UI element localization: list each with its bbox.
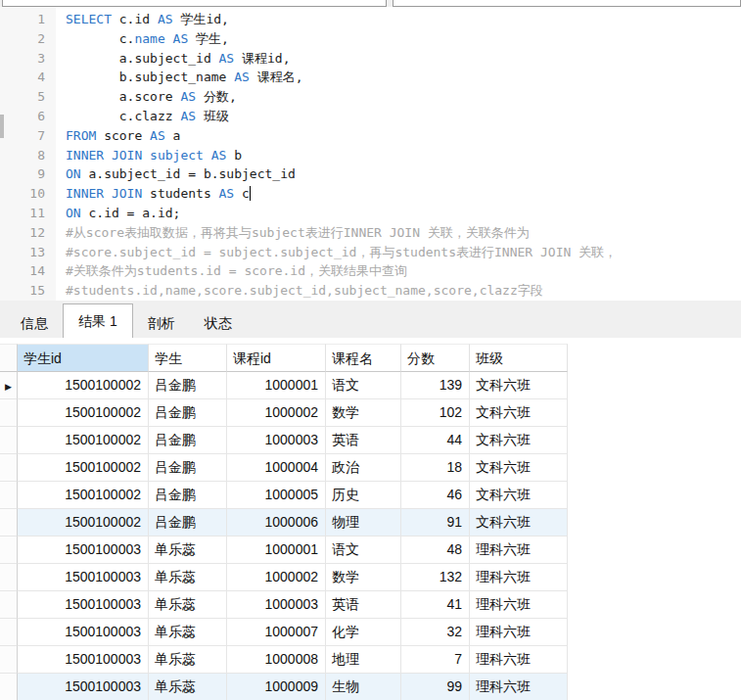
cell-课程名[interactable]: 英语 [326, 427, 401, 454]
tab-剖析[interactable]: 剖析 [133, 309, 190, 338]
cell-班级[interactable]: 理科六班 [470, 564, 568, 591]
code-line[interactable]: 9ON a.subject_id = b.subject_id [0, 164, 741, 184]
table-row[interactable]: 1500100003单乐蕊1000003英语41理科六班 [0, 591, 568, 619]
row-marker-cell[interactable] [0, 564, 18, 591]
cell-课程名[interactable]: 语文 [326, 372, 401, 399]
cell-课程id[interactable]: 1000005 [227, 482, 326, 509]
sql-editor[interactable]: 1SELECT c.id AS 学生id,2 c.name AS 学生,3 a.… [0, 7, 741, 301]
code-line[interactable]: 8INNER JOIN subject AS b [0, 146, 741, 165]
cell-课程id[interactable]: 1000008 [227, 646, 326, 674]
result-grid[interactable]: 学生id学生课程id课程名分数班级▶1500100002吕金鹏1000001语文… [0, 338, 741, 700]
table-row[interactable]: 1500100003单乐蕊1000009生物99理科六班 [0, 674, 568, 700]
code-line[interactable]: 1SELECT c.id AS 学生id, [0, 10, 741, 29]
cell-学生id[interactable]: 1500100002 [18, 509, 149, 537]
cell-班级[interactable]: 理科六班 [470, 646, 568, 674]
cell-学生[interactable]: 吕金鹏 [149, 509, 227, 537]
cell-学生id[interactable]: 1500100003 [18, 674, 149, 700]
row-marker-cell[interactable] [0, 674, 18, 700]
tab-状态[interactable]: 状态 [190, 309, 247, 338]
column-header-班级[interactable]: 班级 [470, 344, 568, 372]
cell-课程id[interactable]: 1000006 [227, 509, 326, 537]
tab-信息[interactable]: 信息 [6, 309, 63, 338]
tab-结果1[interactable]: 结果 1 [63, 303, 133, 338]
cell-学生id[interactable]: 1500100002 [18, 427, 149, 454]
cell-课程名[interactable]: 语文 [326, 537, 401, 564]
code-line[interactable]: 6 c.clazz AS 班级 [0, 107, 741, 126]
code-line[interactable]: 5 a.score AS 分数, [0, 87, 741, 107]
row-marker-cell[interactable]: ▶ [0, 372, 18, 399]
table-row[interactable]: 1500100002吕金鹏1000003英语44文科六班 [0, 427, 568, 454]
cell-学生[interactable]: 吕金鹏 [149, 454, 227, 482]
row-marker-cell[interactable] [0, 399, 18, 427]
cell-课程名[interactable]: 数学 [326, 564, 401, 591]
cell-课程名[interactable]: 物理 [326, 509, 401, 537]
cell-课程id[interactable]: 1000003 [227, 591, 326, 619]
cell-学生[interactable]: 吕金鹏 [149, 372, 227, 399]
cell-课程id[interactable]: 1000002 [227, 399, 326, 427]
sql-code-area[interactable]: 1SELECT c.id AS 学生id,2 c.name AS 学生,3 a.… [0, 10, 741, 301]
cell-学生id[interactable]: 1500100002 [18, 399, 149, 427]
row-marker-cell[interactable] [0, 646, 18, 674]
cell-班级[interactable]: 文科六班 [470, 427, 568, 454]
cell-分数[interactable]: 139 [401, 372, 470, 399]
cell-课程名[interactable]: 地理 [326, 646, 401, 674]
cell-课程id[interactable]: 1000002 [227, 564, 326, 591]
column-header-课程id[interactable]: 课程id [227, 344, 326, 372]
table-row[interactable]: 1500100002吕金鹏1000004政治18文科六班 [0, 454, 568, 482]
table-row[interactable]: 1500100003单乐蕊1000008地理7理科六班 [0, 646, 568, 674]
cell-班级[interactable]: 文科六班 [470, 372, 568, 399]
row-marker-cell[interactable] [0, 482, 18, 509]
table-row[interactable]: 1500100002吕金鹏1000005历史46文科六班 [0, 482, 568, 509]
row-marker-cell[interactable] [0, 619, 18, 646]
cell-分数[interactable]: 41 [401, 591, 470, 619]
code-line[interactable]: 14#关联条件为students.id = score.id，关联结果中查询 [0, 261, 741, 281]
cell-课程id[interactable]: 1000003 [227, 427, 326, 454]
cell-课程名[interactable]: 化学 [326, 619, 401, 646]
cell-学生[interactable]: 单乐蕊 [149, 591, 227, 619]
table-row[interactable]: 1500100003单乐蕊1000007化学32理科六班 [0, 619, 568, 646]
cell-分数[interactable]: 7 [401, 646, 470, 674]
table-row[interactable]: 1500100002吕金鹏1000002数学102文科六班 [0, 399, 568, 427]
cell-班级[interactable]: 理科六班 [470, 674, 568, 700]
cell-分数[interactable]: 91 [401, 509, 470, 537]
column-header-学生[interactable]: 学生 [149, 344, 227, 372]
cell-分数[interactable]: 99 [401, 674, 470, 700]
cell-学生id[interactable]: 1500100003 [18, 646, 149, 674]
column-header-学生id[interactable]: 学生id [18, 344, 149, 372]
cell-学生id[interactable]: 1500100002 [18, 372, 149, 399]
cell-班级[interactable]: 文科六班 [470, 399, 568, 427]
cell-课程id[interactable]: 1000001 [227, 372, 326, 399]
cell-学生id[interactable]: 1500100003 [18, 537, 149, 564]
cell-课程名[interactable]: 数学 [326, 399, 401, 427]
code-line[interactable]: 7FROM score AS a [0, 126, 741, 146]
cell-学生[interactable]: 单乐蕊 [149, 619, 227, 646]
cell-班级[interactable]: 文科六班 [470, 454, 568, 482]
cell-班级[interactable]: 理科六班 [470, 619, 568, 646]
cell-学生[interactable]: 单乐蕊 [149, 646, 227, 674]
cell-分数[interactable]: 32 [401, 619, 470, 646]
cell-课程名[interactable]: 英语 [326, 591, 401, 619]
table-row[interactable]: 1500100003单乐蕊1000002数学132理科六班 [0, 564, 568, 591]
cell-班级[interactable]: 理科六班 [470, 591, 568, 619]
column-header-分数[interactable]: 分数 [401, 344, 470, 372]
cell-学生[interactable]: 吕金鹏 [149, 427, 227, 454]
table-row[interactable]: 1500100003单乐蕊1000001语文48理科六班 [0, 537, 568, 564]
cell-课程id[interactable]: 1000009 [227, 674, 326, 700]
table-row[interactable]: 1500100002吕金鹏1000006物理91文科六班 [0, 509, 568, 537]
code-line[interactable]: 11ON c.id = a.id; [0, 204, 741, 223]
cell-学生id[interactable]: 1500100002 [18, 482, 149, 509]
cell-学生[interactable]: 吕金鹏 [149, 399, 227, 427]
cell-学生id[interactable]: 1500100003 [18, 564, 149, 591]
cell-学生id[interactable]: 1500100003 [18, 591, 149, 619]
row-marker-cell[interactable] [0, 537, 18, 564]
cell-课程名[interactable]: 历史 [326, 482, 401, 509]
code-line[interactable]: 13#score.subject_id = subject.subject_id… [0, 243, 741, 262]
row-marker-cell[interactable] [0, 454, 18, 482]
row-marker-cell[interactable] [0, 509, 18, 537]
code-line[interactable]: 12#从score表抽取数据，再将其与subject表进行INNER JOIN … [0, 223, 741, 243]
cell-学生[interactable]: 单乐蕊 [149, 537, 227, 564]
cell-分数[interactable]: 46 [401, 482, 470, 509]
column-header-课程名[interactable]: 课程名 [326, 344, 401, 372]
code-line[interactable]: 10INNER JOIN students AS c [0, 184, 741, 204]
table-row[interactable]: ▶1500100002吕金鹏1000001语文139文科六班 [0, 372, 568, 399]
